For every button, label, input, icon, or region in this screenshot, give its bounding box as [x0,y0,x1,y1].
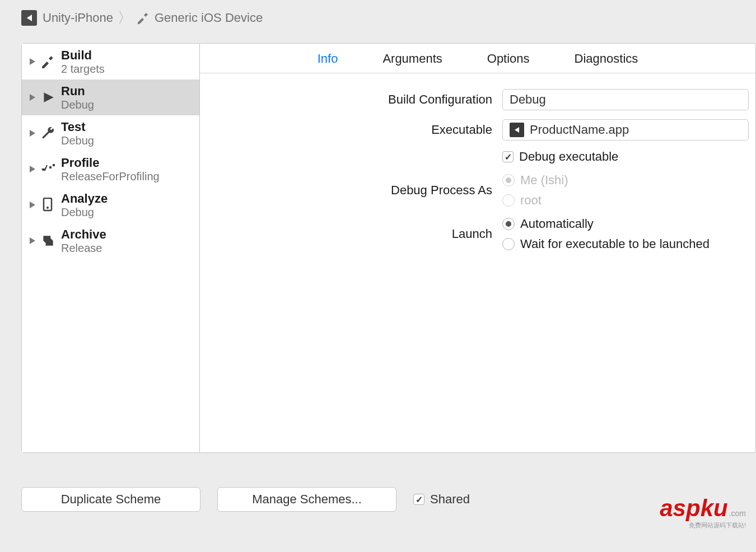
scheme-subtitle: Release [61,242,106,255]
wrench-icon [40,126,57,141]
debug-executable-checkbox[interactable] [502,151,514,162]
scheme-subtitle: ReleaseForProfiling [61,170,160,183]
unity-project-icon [21,10,37,26]
manage-schemes-button[interactable]: Manage Schemes... [217,487,396,512]
hammer-icon [40,54,57,69]
scheme-title: Analyze [61,191,108,206]
scheme-editor-panel: Build 2 targets Run Debug Test Debug [21,43,756,453]
launch-label: Launch [200,227,502,241]
disclosure-triangle-icon[interactable] [30,130,35,137]
executable-label: Executable [200,123,502,137]
sidebar-item-run[interactable]: Run Debug [22,79,199,115]
debug-process-me-label: Me (Ishi) [520,173,568,188]
breadcrumb: Unity-iPhone 〉 Generic iOS Device [0,0,756,43]
launch-auto-radio[interactable] [502,218,515,230]
scheme-title: Test [61,120,94,134]
executable-value: ProductName.app [530,123,629,137]
scheme-title: Profile [61,156,160,170]
hammer-icon [137,11,150,25]
build-config-label: Build Configuration [200,92,502,107]
tab-info[interactable]: Info [318,52,338,66]
gauge-icon [40,163,57,175]
executable-select[interactable]: ProductName.app [502,119,749,141]
scheme-title: Archive [61,227,106,242]
disclosure-triangle-icon[interactable] [30,237,35,244]
debug-process-root-radio [502,194,515,207]
debug-process-label: Debug Process As [200,183,502,198]
scheme-title: Build [61,48,105,63]
tab-bar: Info Arguments Options Diagnostics [200,44,755,73]
tab-diagnostics[interactable]: Diagnostics [575,52,638,66]
disclosure-triangle-icon[interactable] [30,58,35,65]
shared-checkbox[interactable] [413,494,424,505]
tab-arguments[interactable]: Arguments [382,52,442,66]
play-icon [40,90,57,105]
breadcrumb-project[interactable]: Unity-iPhone [43,11,113,25]
sidebar-item-test[interactable]: Test Debug [22,115,199,151]
tab-options[interactable]: Options [487,52,530,66]
duplicate-scheme-button[interactable]: Duplicate Scheme [21,487,200,512]
debug-process-root-label: root [520,193,542,208]
document-icon [40,198,57,212]
scheme-subtitle: 2 targets [61,63,105,76]
archive-icon [40,233,57,248]
info-form: Build Configuration Debug Executable Pro… [200,73,755,260]
scheme-title: Run [61,84,94,99]
sidebar-item-analyze[interactable]: Analyze Debug [22,187,199,223]
shared-label: Shared [430,492,470,507]
scheme-subtitle: Debug [61,99,94,111]
debug-process-me-radio [502,174,515,186]
disclosure-triangle-icon[interactable] [30,202,35,208]
scheme-subtitle: Debug [61,134,94,147]
watermark: aspku.com 免费网站源码下载站! [660,497,746,530]
scheme-sidebar: Build 2 targets Run Debug Test Debug [22,44,200,452]
unity-app-icon [510,123,524,137]
chevron-right-icon: 〉 [118,8,132,27]
launch-wait-radio[interactable] [502,238,515,250]
disclosure-triangle-icon[interactable] [30,166,35,172]
launch-wait-label: Wait for executable to be launched [520,237,710,251]
svg-point-1 [46,207,49,209]
watermark-logo: aspku.com [660,497,746,520]
build-config-select[interactable]: Debug [502,89,749,110]
disclosure-triangle-icon[interactable] [30,94,35,101]
sidebar-item-profile[interactable]: Profile ReleaseForProfiling [22,151,199,187]
build-config-value: Debug [510,92,546,107]
scheme-subtitle: Debug [61,206,108,219]
breadcrumb-device[interactable]: Generic iOS Device [155,11,263,25]
launch-auto-label: Automatically [520,217,594,231]
footer-bar: Duplicate Scheme Manage Schemes... Share… [21,487,470,512]
sidebar-item-archive[interactable]: Archive Release [22,223,199,259]
watermark-sub: 免费网站源码下载站! [689,521,746,530]
sidebar-item-build[interactable]: Build 2 targets [22,44,199,79]
debug-executable-label: Debug executable [519,149,618,164]
scheme-content: Info Arguments Options Diagnostics Build… [200,44,755,452]
